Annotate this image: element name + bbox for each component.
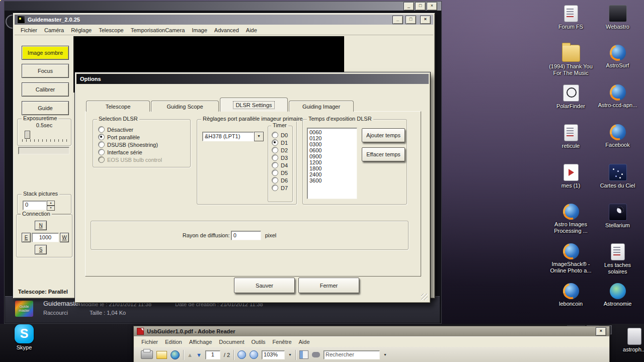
next-page-icon[interactable]: ▼	[196, 352, 202, 358]
east-button[interactable]: E	[22, 233, 31, 242]
radio-d2[interactable]: D2	[272, 146, 292, 154]
image-sombre-button[interactable]: Image sombre	[22, 46, 69, 60]
web-icon[interactable]	[171, 350, 180, 359]
stack-down-icon[interactable]: ▼	[47, 206, 55, 211]
menu-fenetre[interactable]: Fenêtre	[269, 339, 295, 345]
menu-advanced[interactable]: Advanced	[211, 27, 243, 33]
guide-speed-input[interactable]: 1000	[32, 233, 59, 242]
radio-d6[interactable]: D6	[272, 176, 292, 184]
close-icon[interactable]: ×	[596, 327, 606, 336]
radio-d1[interactable]: D1	[272, 139, 292, 146]
tab-telescope[interactable]: Telescope	[86, 101, 150, 112]
list-item[interactable]: 0900	[309, 153, 357, 159]
maximize-icon[interactable]: □	[406, 16, 416, 24]
zoom-dropdown-icon[interactable]: ▼	[288, 353, 292, 356]
desktop-icon-stellarium[interactable]: Stellarium	[595, 204, 640, 243]
radio-desactiver[interactable]: Désactiver	[98, 126, 190, 133]
desktop-icon-folder-music[interactable]: (1994) Thank You For The Music	[548, 45, 594, 84]
ajouter-temps-button[interactable]: Ajouter temps	[362, 128, 405, 142]
desktop-icon-forum-fs[interactable]: Forum FS	[548, 5, 594, 45]
desktop-icon-mes-1[interactable]: mes (1)	[548, 164, 594, 204]
radio-d5[interactable]: D5	[272, 169, 292, 176]
pages-panel-icon[interactable]	[299, 350, 308, 359]
list-item[interactable]: 2400	[309, 171, 357, 177]
search-input[interactable]: Rechercher	[324, 350, 380, 359]
exposure-times-listbox[interactable]: 0060 0120 0300 0600 0900 1200 1800 2400 …	[307, 128, 357, 199]
guide-button[interactable]: Guide	[22, 101, 69, 115]
effacer-temps-button[interactable]: Effacer temps	[362, 147, 405, 161]
menu-fichier[interactable]: Fichier	[138, 339, 162, 345]
tab-dlsr-settings[interactable]: DLSR Settings	[220, 98, 288, 112]
radio-port-parallele[interactable]: Port parallèle	[98, 133, 190, 141]
list-item[interactable]: 1800	[309, 165, 357, 171]
calibrer-button[interactable]: Calibrer	[22, 82, 69, 97]
options-titlebar[interactable]: Options	[76, 74, 429, 84]
desktop-icon-reticule[interactable]: reticule	[548, 124, 594, 164]
radio-d7[interactable]: D7	[272, 184, 292, 192]
page-number-input[interactable]: 1	[205, 350, 220, 359]
desktop-icon-taches-solaires[interactable]: Les taches solaires	[595, 243, 640, 283]
desktop-icon-astroph[interactable]: astroph...	[621, 328, 644, 353]
list-item[interactable]: 3600	[309, 177, 357, 184]
radio-d4[interactable]: D4	[272, 161, 292, 169]
stack-up-icon[interactable]: ▲	[47, 201, 55, 206]
list-item[interactable]: 0600	[309, 147, 357, 153]
minimize-icon[interactable]: _	[404, 2, 414, 11]
menu-fichier[interactable]: Fichier	[17, 27, 41, 33]
menu-image[interactable]: Image	[188, 27, 211, 33]
menu-document[interactable]: Document	[215, 339, 248, 345]
guidemaster-titlebar[interactable]: Guidemaster_2.0.25 _ □ ×	[15, 15, 433, 25]
search-dropdown-icon[interactable]: ▼	[383, 353, 387, 356]
tab-guiding-imager[interactable]: Guiding Imager	[289, 101, 354, 112]
previous-page-icon[interactable]: ▲	[187, 352, 193, 358]
stack-count-input[interactable]: 0	[23, 201, 47, 210]
list-item[interactable]: 0120	[309, 135, 357, 141]
desktop-icon-astro-ccd-apn[interactable]: Astro-ccd-apn...	[595, 84, 640, 124]
menu-edition[interactable]: Edition	[162, 339, 186, 345]
lpt-port-combobox[interactable]: &H378 (LPT1) ▼	[202, 132, 264, 141]
print-icon[interactable]	[141, 350, 153, 359]
close-icon[interactable]: ×	[420, 16, 431, 24]
list-item[interactable]: 0060	[309, 129, 357, 135]
menu-aide[interactable]: Aide	[243, 27, 261, 33]
list-item[interactable]: 0300	[309, 141, 357, 147]
diffusion-input[interactable]: 0	[231, 231, 261, 240]
adobe-titlebar[interactable]: UsbGuider1.0.pdf - Adobe Reader ×	[134, 326, 609, 336]
focus-button[interactable]: Focus	[22, 64, 69, 78]
minimize-icon[interactable]: _	[392, 16, 403, 24]
menu-reglage[interactable]: Réglage	[67, 27, 95, 33]
search-icon[interactable]	[312, 352, 320, 357]
west-button[interactable]: W	[60, 233, 69, 242]
south-button[interactable]: S	[35, 245, 47, 254]
desktop-icon-webastro[interactable]: Webastro	[595, 5, 640, 45]
menu-outils[interactable]: Outils	[248, 339, 269, 345]
chevron-down-icon[interactable]: ▼	[254, 132, 264, 141]
desktop-icon-astro-images-processing[interactable]: Astro Images Processing ...	[548, 204, 594, 243]
fermer-button[interactable]: Fermer	[298, 278, 359, 293]
email-icon[interactable]	[156, 351, 167, 359]
close-icon[interactable]: ×	[427, 2, 437, 11]
desktop-icon-astronomie[interactable]: Astronomie	[595, 283, 640, 323]
guidemaster-file-icon[interactable]: Guide master	[15, 301, 33, 317]
menu-affichage[interactable]: Affichage	[186, 339, 216, 345]
list-item[interactable]: 1200	[309, 159, 357, 165]
menu-aide[interactable]: Aide	[295, 339, 313, 345]
menu-temporisationcamera[interactable]: TemporisationCamera	[127, 27, 189, 33]
maximize-icon[interactable]: □	[415, 2, 426, 11]
desktop-icon-polarfinder[interactable]: PolarFinder	[548, 84, 594, 124]
desktop-icon-leboncoin[interactable]: leboncoin	[548, 283, 594, 323]
radio-d0[interactable]: D0	[272, 131, 292, 139]
explorer-titlebar[interactable]: _ □ ×	[5, 2, 441, 11]
menu-telescope[interactable]: Telescope	[95, 27, 127, 33]
desktop-icon-skype[interactable]: S Skype	[12, 324, 36, 351]
fit-width-icon[interactable]	[250, 350, 258, 359]
actual-size-icon[interactable]	[237, 350, 246, 359]
desktop-icon-cartes-du-ciel[interactable]: Cartes du Ciel	[595, 164, 640, 204]
zoom-level-input[interactable]: 103%	[262, 350, 285, 359]
radio-d3[interactable]: D3	[272, 154, 292, 161]
menu-camera[interactable]: Caméra	[41, 27, 67, 33]
desktop-icon-imageshack[interactable]: ImageShack® - Online Photo a...	[548, 243, 594, 283]
tab-guiding-scope[interactable]: Guiding Scope	[151, 101, 219, 112]
radio-dsusb[interactable]: DSUSB (Shoestring)	[98, 141, 190, 148]
resize-grip[interactable]	[421, 294, 428, 300]
